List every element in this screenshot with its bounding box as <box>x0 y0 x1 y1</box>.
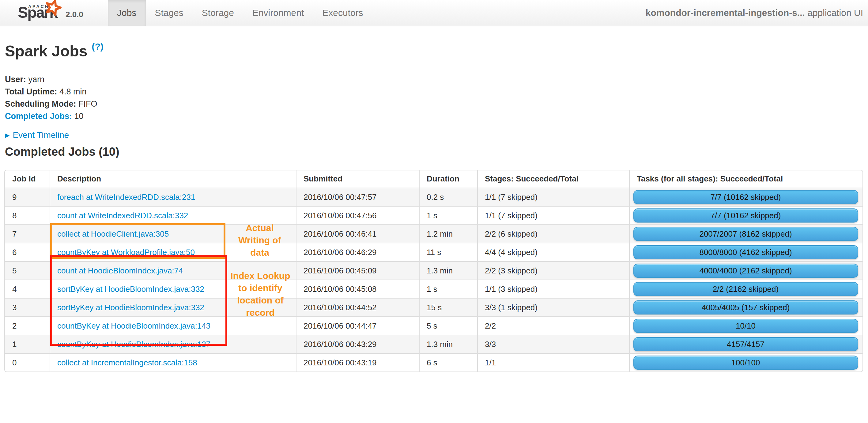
job-description-link[interactable]: collect at HoodieClient.java:305 <box>57 229 169 238</box>
submitted-cell: 2016/10/06 00:44:52 <box>296 298 419 316</box>
table-row: 2 countByKey at HoodieBloomIndex.java:14… <box>5 316 863 335</box>
stages-cell: 1/1 (3 skipped) <box>477 280 629 298</box>
help-link[interactable]: (?) <box>92 41 103 52</box>
description-cell: sortByKey at HoodieBloomIndex.java:332 <box>50 298 296 316</box>
user-label: User: <box>5 75 26 84</box>
user-line: User: yarn <box>5 74 97 86</box>
tasks-progress-bar: 100/100 <box>633 355 858 369</box>
job-description-link[interactable]: count at WriteIndexedRDD.scala:332 <box>57 210 188 220</box>
job-id-cell: 1 <box>5 335 50 353</box>
job-id-cell: 8 <box>5 206 50 224</box>
submitted-cell: 2016/10/06 00:47:56 <box>296 206 419 224</box>
duration-cell: 5 s <box>419 316 477 335</box>
completed-jobs-count: 10 <box>74 112 84 121</box>
stages-cell: 3/3 <box>477 335 629 353</box>
job-description-link[interactable]: foreach at WriteIndexedRDD.scala:231 <box>57 192 195 201</box>
completed-jobs-link[interactable]: Completed Jobs: <box>5 112 72 121</box>
job-id-cell: 5 <box>5 261 50 280</box>
tasks-cell: 100/100 <box>629 353 863 371</box>
duration-cell: 6 s <box>419 353 477 371</box>
tasks-progress-bar: 7/7 (10162 skipped) <box>633 190 858 204</box>
submitted-cell: 2016/10/06 00:45:08 <box>296 280 419 298</box>
tasks-progress-label: 2007/2007 (8162 skipped) <box>699 229 792 238</box>
job-id-cell: 0 <box>5 353 50 371</box>
event-timeline-toggle[interactable]: ▶Event Timeline <box>5 130 69 140</box>
col-submitted[interactable]: Submitted <box>296 170 419 188</box>
scheduling-label: Scheduling Mode: <box>5 99 76 109</box>
completed-jobs-label: Completed Jobs: <box>5 112 72 121</box>
navbar: APACHE Spark 2.0.0 Jobs Stages Storage E… <box>0 0 868 26</box>
stages-cell: 2/2 <box>477 316 629 335</box>
tasks-progress-bar: 4157/4157 <box>633 337 858 351</box>
tasks-progress-label: 2/2 (2162 skipped) <box>713 284 779 293</box>
table-header-row: Job Id Description Submitted Duration St… <box>5 170 863 188</box>
duration-cell: 1 s <box>419 206 477 224</box>
tasks-progress-label: 100/100 <box>732 358 760 367</box>
uptime-value: 4.8 min <box>59 87 87 96</box>
col-description[interactable]: Description <box>50 170 296 188</box>
spark-version: 2.0.0 <box>66 10 83 19</box>
tasks-progress-bar: 7/7 (10162 skipped) <box>633 208 858 222</box>
col-duration[interactable]: Duration <box>419 170 477 188</box>
submitted-cell: 2016/10/06 00:46:41 <box>296 224 419 243</box>
tasks-cell: 4005/4005 (157 skipped) <box>629 298 863 316</box>
job-description-link[interactable]: countByKey at HoodieBloomIndex.java:143 <box>57 321 210 330</box>
stages-cell: 2/2 (3 skipped) <box>477 261 629 280</box>
submitted-cell: 2016/10/06 00:44:47 <box>296 316 419 335</box>
uptime-line: Total Uptime: 4.8 min <box>5 86 97 98</box>
stages-cell: 1/1 <box>477 353 629 371</box>
tasks-progress-bar: 2/2 (2162 skipped) <box>633 282 858 296</box>
submitted-cell: 2016/10/06 00:43:29 <box>296 335 419 353</box>
table-row: 6 countByKey at WorkloadProfile.java:50 … <box>5 243 863 261</box>
tasks-cell: 2007/2007 (8162 skipped) <box>629 224 863 243</box>
job-description-link[interactable]: collect at IncrementalIngestor.scala:158 <box>57 358 197 367</box>
duration-cell: 1 s <box>419 280 477 298</box>
submitted-cell: 2016/10/06 00:43:19 <box>296 353 419 371</box>
uptime-label: Total Uptime: <box>5 87 57 96</box>
tasks-progress-label: 4005/4005 (157 skipped) <box>702 303 790 312</box>
submitted-cell: 2016/10/06 00:46:29 <box>296 243 419 261</box>
job-description-link[interactable]: countByKey at WorkloadProfile.java:50 <box>57 247 195 257</box>
job-description-link[interactable]: count at HoodieBloomIndex.java:74 <box>57 266 183 275</box>
tab-storage[interactable]: Storage <box>193 0 243 26</box>
table-row: 1 countByKey at HoodieBloomIndex.java:13… <box>5 335 863 353</box>
table-row: 5 count at HoodieBloomIndex.java:74 2016… <box>5 261 863 280</box>
table-row: 3 sortByKey at HoodieBloomIndex.java:332… <box>5 298 863 316</box>
job-id-cell: 2 <box>5 316 50 335</box>
description-cell: sortByKey at HoodieBloomIndex.java:332 <box>50 280 296 298</box>
tab-environment[interactable]: Environment <box>243 0 313 26</box>
tasks-progress-bar: 4005/4005 (157 skipped) <box>633 300 858 314</box>
scheduling-value: FIFO <box>79 99 97 109</box>
tasks-cell: 2/2 (2162 skipped) <box>629 280 863 298</box>
duration-cell: 0.2 s <box>419 188 477 206</box>
job-description-link[interactable]: sortByKey at HoodieBloomIndex.java:332 <box>57 303 204 312</box>
col-tasks[interactable]: Tasks (for all stages): Succeeded/Total <box>629 170 863 188</box>
completed-jobs-line: Completed Jobs: 10 <box>5 110 97 122</box>
duration-cell: 11 s <box>419 243 477 261</box>
duration-cell: 15 s <box>419 298 477 316</box>
col-stages[interactable]: Stages: Succeeded/Total <box>477 170 629 188</box>
event-timeline-label: Event Timeline <box>12 130 69 140</box>
tab-jobs[interactable]: Jobs <box>108 0 146 26</box>
description-cell: countByKey at HoodieBloomIndex.java:143 <box>50 316 296 335</box>
tab-executors[interactable]: Executors <box>313 0 372 26</box>
job-id-cell: 9 <box>5 188 50 206</box>
col-job-id[interactable]: Job Id <box>5 170 50 188</box>
job-description-link[interactable]: sortByKey at HoodieBloomIndex.java:332 <box>57 284 204 293</box>
tasks-progress-bar: 10/10 <box>633 318 858 333</box>
table-row: 9 foreach at WriteIndexedRDD.scala:231 2… <box>5 188 863 206</box>
job-id-cell: 7 <box>5 224 50 243</box>
tasks-cell: 4157/4157 <box>629 335 863 353</box>
job-description-link[interactable]: countByKey at HoodieBloomIndex.java:137 <box>57 339 210 348</box>
description-cell: countByKey at HoodieBloomIndex.java:137 <box>50 335 296 353</box>
description-cell: foreach at WriteIndexedRDD.scala:231 <box>50 188 296 206</box>
description-cell: collect at HoodieClient.java:305 <box>50 224 296 243</box>
user-value: yarn <box>29 75 45 84</box>
table-row: 8 count at WriteIndexedRDD.scala:332 201… <box>5 206 863 224</box>
tasks-progress-label: 4157/4157 <box>727 339 765 348</box>
description-cell: countByKey at WorkloadProfile.java:50 <box>50 243 296 261</box>
tasks-cell: 10/10 <box>629 316 863 335</box>
tab-stages[interactable]: Stages <box>146 0 192 26</box>
stages-cell: 1/1 (7 skipped) <box>477 188 629 206</box>
tasks-progress-bar: 8000/8000 (4162 skipped) <box>633 245 858 259</box>
